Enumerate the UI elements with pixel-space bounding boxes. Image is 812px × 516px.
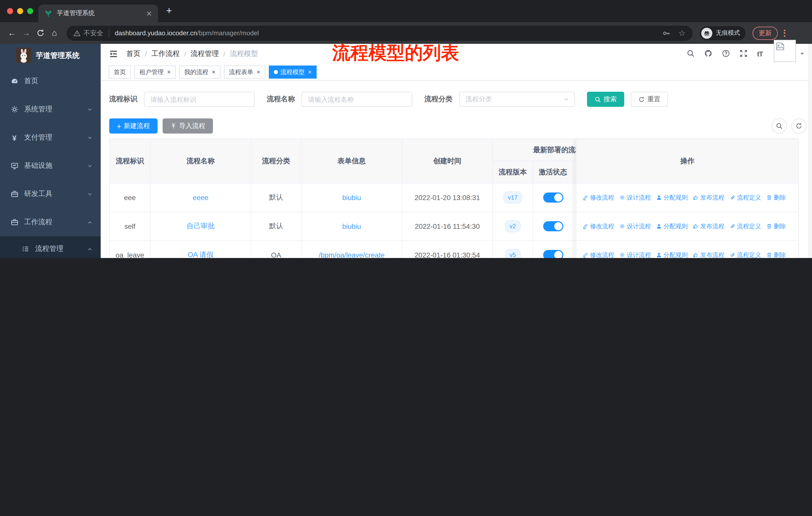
edit-action-link[interactable]: 修改流程 <box>582 193 614 202</box>
content: 流程标识 流程名称 流程分类 流程分类 搜索 重置 <box>101 81 812 258</box>
definition-action-link[interactable]: 流程定义 <box>729 251 761 258</box>
publish-action-link[interactable]: 发布流程 <box>693 251 724 258</box>
publish-icon <box>693 223 699 229</box>
import-process-button[interactable]: 导入流程 <box>163 118 213 134</box>
definition-action-link[interactable]: 流程定义 <box>729 222 761 230</box>
close-window-button[interactable] <box>7 8 13 14</box>
close-icon[interactable]: × <box>257 69 260 75</box>
home-icon[interactable]: ⌂ <box>47 28 61 38</box>
process-name-link[interactable]: 自己审批 <box>186 222 215 231</box>
delete-action-link[interactable]: 删除 <box>766 193 786 202</box>
breadcrumb-item[interactable]: 流程管理 <box>191 49 219 58</box>
sidebar-item-list[interactable]: 流程管理 <box>0 236 101 258</box>
create-process-button[interactable]: + 新建流程 <box>109 118 157 134</box>
sidebar-item-monitor[interactable]: 基础设施 <box>0 152 101 180</box>
help-icon[interactable] <box>722 49 731 58</box>
cell-category: 默认 <box>251 212 301 240</box>
sidebar-item-gear[interactable]: 系统管理 <box>0 95 101 124</box>
chevron-up-icon <box>87 246 93 252</box>
assign-icon <box>656 223 662 229</box>
process-key-input[interactable] <box>144 92 255 107</box>
sidebar-item-toolbox[interactable]: 研发工具 <box>0 180 101 208</box>
tab-close-icon[interactable]: ✕ <box>146 10 152 17</box>
breadcrumb-item[interactable]: 工作流程 <box>151 49 180 58</box>
delete-icon <box>766 194 772 200</box>
delete-icon <box>766 252 772 258</box>
tag-tab-1[interactable]: 租户管理× <box>135 65 176 79</box>
form-link[interactable]: biubiu <box>342 222 361 230</box>
assign-action-link[interactable]: 分配规则 <box>656 222 688 230</box>
design-action-link[interactable]: 设计流程 <box>619 251 651 258</box>
action-label: 删除 <box>774 251 786 258</box>
delete-action-link[interactable]: 删除 <box>766 251 786 258</box>
password-key-icon[interactable] <box>662 29 670 37</box>
close-icon[interactable]: × <box>212 69 215 75</box>
assign-action-link[interactable]: 分配规则 <box>656 193 688 202</box>
edit-action-link[interactable]: 修改流程 <box>582 251 614 258</box>
col-header-name: 流程名称 <box>150 139 251 183</box>
tag-tab-0[interactable]: 首页 <box>109 65 131 79</box>
action-label: 修改流程 <box>590 251 614 258</box>
tag-tab-2[interactable]: 我的流程× <box>179 65 221 79</box>
sidebar-item-dashboard[interactable]: 首页 <box>0 67 101 95</box>
sidebar-item-yen[interactable]: ¥支付管理 <box>0 124 101 152</box>
process-name-input[interactable] <box>301 92 412 107</box>
publish-action-link[interactable]: 发布流程 <box>693 193 724 202</box>
close-icon[interactable]: × <box>308 69 312 75</box>
active-toggle[interactable] <box>543 221 563 231</box>
font-size-icon[interactable]: tT <box>757 50 763 58</box>
process-name-link[interactable]: eeee <box>193 193 208 201</box>
tag-tab-4[interactable]: 流程模型× <box>269 65 317 79</box>
chevron-down-icon <box>87 163 93 168</box>
breadcrumb-item[interactable]: 首页 <box>126 49 141 58</box>
process-name-link[interactable]: OA 请假 <box>188 250 214 258</box>
caret-down-icon[interactable] <box>800 51 805 56</box>
new-tab-button[interactable]: + <box>166 5 172 17</box>
edit-icon <box>582 252 588 258</box>
browser-update-button[interactable]: 更新 <box>753 26 778 39</box>
maximize-window-button[interactable] <box>27 8 33 14</box>
avatar[interactable] <box>774 40 796 62</box>
form-link[interactable]: biubiu <box>342 193 361 201</box>
forward-icon[interactable]: → <box>19 28 33 38</box>
edit-action-link[interactable]: 修改流程 <box>582 222 614 230</box>
design-action-link[interactable]: 设计流程 <box>619 193 651 202</box>
tag-tab-3[interactable]: 流程表单× <box>224 65 265 79</box>
active-toggle[interactable] <box>543 192 563 202</box>
assign-action-link[interactable]: 分配规则 <box>656 251 688 258</box>
active-toggle[interactable] <box>543 250 563 258</box>
delete-action-link[interactable]: 删除 <box>766 222 786 230</box>
search-button[interactable]: 搜索 <box>587 92 624 107</box>
col-header-key: 流程标识 <box>110 139 150 183</box>
cell-process-key: self <box>110 212 150 240</box>
browser-menu-icon[interactable] <box>784 29 785 36</box>
search-icon[interactable] <box>687 49 696 58</box>
address-bar[interactable]: 不安全 dashboard.yudao.iocoder.cn /bpm/mana… <box>66 25 693 40</box>
definition-action-link[interactable]: 流程定义 <box>729 193 761 202</box>
sidebar-collapse-icon[interactable] <box>108 49 119 58</box>
reload-icon[interactable] <box>33 29 47 37</box>
security-label: 不安全 <box>84 28 103 37</box>
table-row-actions: 修改流程设计流程分配规则发布流程流程定义删除 <box>576 184 799 212</box>
back-icon[interactable]: ← <box>5 28 19 38</box>
form-link[interactable]: /bpm/oa/leave/create <box>319 251 385 258</box>
toggle-search-button[interactable] <box>772 118 787 134</box>
design-action-link[interactable]: 设计流程 <box>619 222 651 230</box>
bookmark-star-icon[interactable]: ☆ <box>678 29 686 37</box>
close-icon[interactable]: × <box>167 69 171 75</box>
incognito-label: 无痕模式 <box>716 29 740 37</box>
github-icon[interactable] <box>704 49 713 58</box>
reset-button[interactable]: 重置 <box>631 92 668 107</box>
page-scrollbar[interactable] <box>809 44 812 258</box>
upload-icon <box>170 123 177 129</box>
version-badge: v17 <box>503 191 522 203</box>
sidebar-item-workflow[interactable]: 工作流程 <box>0 208 101 236</box>
publish-action-link[interactable]: 发布流程 <box>693 222 724 230</box>
fullscreen-icon[interactable] <box>740 49 749 58</box>
browser-tab[interactable]: 芋道管理系统 ✕ <box>38 4 158 22</box>
action-label: 设计流程 <box>627 193 651 202</box>
category-select[interactable]: 流程分类 <box>459 92 575 107</box>
minimize-window-button[interactable] <box>17 8 23 14</box>
refresh-table-button[interactable] <box>791 118 807 134</box>
table-row-actions: 修改流程设计流程分配规则发布流程流程定义删除 <box>576 212 799 241</box>
